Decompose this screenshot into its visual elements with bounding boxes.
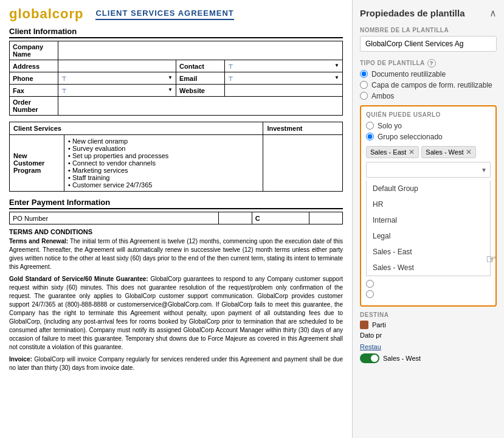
list-item: Connect to vendor channels — [68, 159, 259, 167]
extra-radio-group — [366, 280, 491, 298]
client-info-heading: Client Information — [9, 27, 343, 38]
list-item: New client onramp — [68, 137, 259, 145]
terms-para2-text: GlobalCorp guarantees to respond to any … — [9, 276, 343, 350]
toggle-label: Sales - West — [383, 355, 421, 362]
table-row: Phone ⊤ ▼ Email ⊤ ▼ — [10, 72, 343, 85]
right-panel: Propiedades de plantilla ∧ NOMBRE DE LA … — [353, 0, 504, 438]
company-name-value[interactable] — [58, 41, 343, 60]
tipo-option-3-label: Ambos — [371, 92, 394, 100]
tag-sales-east-remove[interactable]: ✕ — [409, 148, 415, 156]
c-value[interactable] — [309, 212, 343, 224]
tag-container: Sales - East ✕ Sales - West ✕ — [366, 146, 491, 158]
logo-tagline: CLIENT SERVICES AGREEMENT — [95, 9, 233, 20]
dato-text: Dato pr — [360, 332, 382, 339]
tipo-option-1[interactable]: Documento reutilizable — [360, 70, 497, 78]
list-item: Set up properties and processes — [68, 152, 259, 159]
address-value[interactable] — [58, 60, 176, 72]
document-panel[interactable]: globalcorp CLIENT SERVICES AGREEMENT Cli… — [0, 0, 353, 438]
terms-para1: Terms and Renewal: The initial term of t… — [9, 237, 343, 271]
group-search-wrapper: ▼ — [366, 162, 491, 178]
parti-row: Parti — [360, 321, 497, 329]
po-number-value[interactable] — [219, 212, 252, 224]
tag-sales-west-label: Sales - West — [426, 148, 463, 156]
services-table: Client Services Investment New Customer … — [9, 122, 343, 192]
dropdown-list: Default Group HR Internal Legal Sales - … — [366, 181, 491, 276]
tipo-option-2[interactable]: Capa de campos de form. reutilizable — [360, 81, 497, 89]
parti-text: Parti — [372, 321, 386, 328]
terms-heading: TERMS AND CONDITIONS — [9, 228, 343, 235]
restau-link[interactable]: Restau — [360, 343, 381, 350]
collapse-button[interactable]: ∧ — [489, 7, 497, 19]
terms-para1-label: Terms and Renewal: — [9, 238, 68, 245]
services-header: Client Services — [10, 122, 263, 135]
tag-sales-west-remove[interactable]: ✕ — [466, 148, 472, 156]
table-row: Company Name — [10, 41, 343, 60]
quien-radio-group: Solo yo Grupo seleccionado — [366, 122, 491, 141]
parti-dot — [360, 321, 368, 329]
tipo-option-2-label: Capa de campos de form. reutilizable — [371, 81, 492, 89]
tag-sales-west: Sales - West ✕ — [421, 146, 476, 158]
quien-section: QUIÉN PUEDE USARLO Solo yo Grupo selecci… — [360, 105, 497, 307]
panel-header: Propiedades de plantilla ∧ — [360, 7, 497, 19]
contact-value[interactable]: ⊤ ▼ — [225, 60, 343, 72]
toggle-switch[interactable] — [360, 353, 379, 363]
nombre-label: NOMBRE DE LA PLANTILLA — [360, 27, 497, 33]
terms-para2: Gold Standard of Service/60 Minute Guara… — [9, 275, 343, 352]
tipo-option-3[interactable]: Ambos — [360, 92, 497, 100]
company-name-label: Company Name — [10, 41, 58, 60]
terms-para3: Invoice: GlobalCorp will invoice Company… — [9, 355, 343, 372]
payment-table: PO Number C — [9, 212, 343, 224]
list-item: Customer service 24/7/365 — [68, 181, 259, 189]
table-row: Order Number — [10, 97, 343, 116]
c-cell: C — [252, 212, 309, 224]
email-label: Email — [176, 72, 225, 85]
destina-label: DESTINA — [360, 311, 497, 318]
group-search-input[interactable] — [366, 162, 491, 178]
address-label: Address — [10, 60, 58, 72]
extra-option-1[interactable] — [366, 280, 491, 288]
table-row: PO Number C — [10, 212, 343, 224]
quien-option-2-label: Grupo seleccionado — [378, 133, 443, 141]
investment-cell — [263, 135, 343, 192]
email-value[interactable]: ⊤ ▼ — [225, 72, 343, 85]
phone-value[interactable]: ⊤ ▼ — [58, 72, 176, 85]
dato-row: Dato pr — [360, 332, 497, 339]
restau-row: Restau — [360, 342, 497, 351]
table-row: Fax ⊤ ▼ Website — [10, 85, 343, 97]
tipo-option-1-label: Documento reutilizable — [371, 70, 446, 78]
dropdown-item-default[interactable]: Default Group — [367, 181, 490, 196]
order-number-label: Order Number — [10, 97, 58, 116]
dropdown-item-hr[interactable]: HR — [367, 196, 490, 212]
dropdown-item-sales-west[interactable]: Sales - West — [367, 260, 490, 276]
terms-para3-label: Invoice: — [9, 356, 32, 363]
bottom-section: DESTINA Parti Dato pr Restau Sales - Wes… — [360, 311, 497, 363]
fax-label: Fax — [10, 85, 58, 97]
logo: globalcorp — [9, 6, 83, 22]
logo-header: globalcorp CLIENT SERVICES AGREEMENT — [9, 6, 343, 22]
help-icon[interactable]: ? — [427, 59, 436, 68]
logo-part2: corp — [52, 6, 84, 21]
list-item: Marketing services — [68, 167, 259, 174]
tipo-label: TIPO DE PLANTILLA ? — [360, 59, 497, 68]
extra-option-2[interactable] — [366, 290, 491, 298]
payment-heading: Enter Payment Information — [9, 198, 343, 209]
service-items-cell: New client onramp Survey evaluation Set … — [64, 135, 263, 192]
contact-label: Contact — [176, 60, 225, 72]
service-name-cell: New Customer Program — [10, 135, 64, 192]
quien-option-2[interactable]: Grupo seleccionado — [366, 133, 491, 141]
terms-para3-text: GlobalCorp will invoice Company regularl… — [9, 356, 343, 371]
order-number-value[interactable] — [58, 97, 343, 116]
website-value[interactable] — [225, 85, 343, 97]
dropdown-item-internal[interactable]: Internal — [367, 212, 490, 228]
quien-option-1[interactable]: Solo yo — [366, 122, 491, 130]
toggle-row: Sales - West — [360, 353, 497, 363]
quien-label: QUIÉN PUEDE USARLO — [366, 111, 491, 118]
dropdown-item-legal[interactable]: Legal — [367, 228, 490, 244]
table-row: Address Contact ⊤ ▼ — [10, 60, 343, 72]
nombre-input[interactable] — [360, 36, 497, 52]
dropdown-item-sales-east[interactable]: Sales - East — [367, 244, 490, 260]
fax-value[interactable]: ⊤ ▼ — [58, 85, 176, 97]
tag-sales-east-label: Sales - East — [370, 148, 406, 156]
logo-part1: global — [9, 6, 52, 21]
quien-option-1-label: Solo yo — [378, 122, 402, 130]
